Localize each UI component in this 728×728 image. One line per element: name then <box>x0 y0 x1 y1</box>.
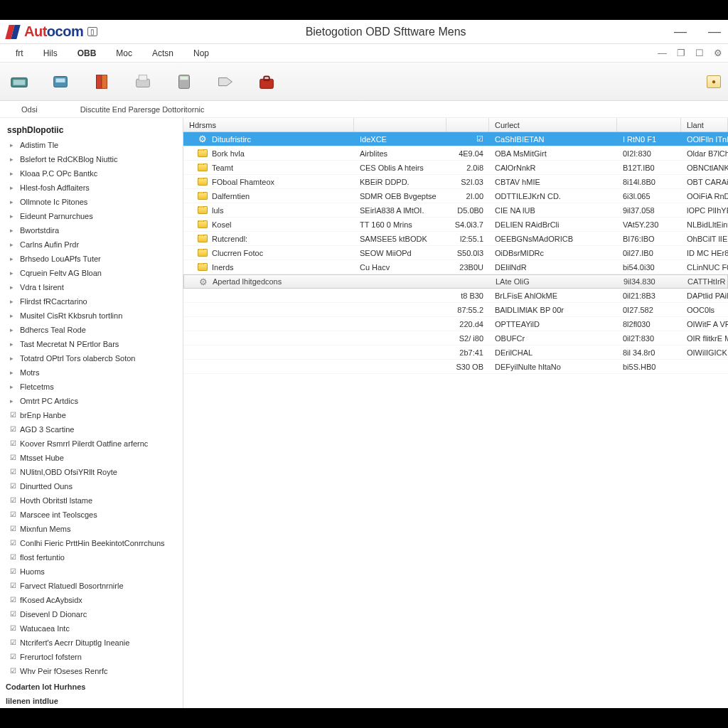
tool-printer-icon[interactable] <box>131 70 155 94</box>
table-row[interactable]: KoselTT 160 0 MrinsS4.0i3.7DELIEN RAidBr… <box>183 218 728 232</box>
table-row[interactable]: Rutcrendl:SAMSEE5 ktBODKl2:55.1OEEBGNsMA… <box>183 232 728 246</box>
sidebar-item[interactable]: Vdra t lsirent <box>3 280 180 294</box>
tool-scanner-icon[interactable] <box>48 70 73 94</box>
svg-rect-7 <box>139 75 146 80</box>
sidebar-item[interactable]: fKosed AcAybsidx <box>3 593 180 607</box>
cell: BAlDLIMlAK BP 00r <box>489 306 617 314</box>
sidebar-item[interactable]: Adistim Tle <box>3 138 180 152</box>
table-row[interactable]: Bork hvlaAirblites4E9.04OBA MsMitGirt0I2… <box>183 146 728 161</box>
menu-nop[interactable]: Nop <box>183 46 219 61</box>
table-row[interactable]: 220.d4OPTTEAYilD8l2fl030OIWitF A VRiiFUA… <box>183 317 728 331</box>
maximize-button[interactable]: — <box>708 24 721 39</box>
col-header-5[interactable] <box>617 118 681 132</box>
table-row[interactable]: ⚙DituufristircIdeXCE☑CaShIBIETANI RtN0 F… <box>183 132 728 146</box>
sidebar-item[interactable]: Hlest-fosh Adflaiters <box>3 181 180 195</box>
table-row[interactable]: 2b7:41DErilCHAL8il 34.8r0OIWilIGICK <box>183 346 728 360</box>
cell: OBNCtlANKlkOr <box>681 164 728 172</box>
sidebar-item[interactable]: Bdhercs Teal Rode <box>3 323 180 337</box>
cell: CBTAV hMIE <box>489 178 617 186</box>
window-restore-icon[interactable]: ❐ <box>677 48 685 58</box>
sidebar-item[interactable]: Eideunt Parnurchues <box>3 209 180 223</box>
sidebar-item[interactable]: Disevenl D Dionarc <box>3 607 180 621</box>
window-title: Bietogotion OBD Sfttware Mens <box>97 26 674 38</box>
table-row[interactable]: lulsSEirlA838 A lMtOI.D5.0B0CIE NA lUB9i… <box>183 203 728 218</box>
sidebar-item[interactable]: Frerurtocl fofstern <box>3 650 180 664</box>
cell: IdeXCE <box>354 135 446 144</box>
menu-hils[interactable]: Hils <box>33 46 68 61</box>
sidebar-item[interactable]: Fletcetms <box>3 380 180 394</box>
window-settings-icon[interactable]: ⚙ <box>714 48 722 58</box>
sidebar-item[interactable]: Flirdst fRCacrtarino <box>3 294 180 309</box>
table-row[interactable]: Clucrren FotocSEOW MiiOPdS50.0l3OiDBsrMI… <box>183 246 728 260</box>
sidebar-item[interactable]: Bwortstdira <box>3 223 180 237</box>
table-row[interactable]: DalferntienSDMR OEB Bvgeptse2I.00ODTTILE… <box>183 189 728 203</box>
sidebar-item[interactable]: Mtsset Hube <box>3 451 180 465</box>
sidebar-item[interactable]: Carlns Aufin Prdr <box>3 237 180 252</box>
sidebar-item[interactable]: Kloaa P.C OPc Bantkc <box>3 166 180 181</box>
menu-moc[interactable]: Moc <box>106 46 142 61</box>
svg-rect-9 <box>180 76 188 80</box>
table-row[interactable]: t8 B30BrLFisE AhlOkME0il21:8B3DAPtlid PA… <box>183 289 728 303</box>
titlebar: Autocom ▯ Bietogotion OBD Sfttware Mens … <box>0 20 728 44</box>
sidebar-item[interactable]: brEnp Hanbe <box>3 408 180 422</box>
window-min-icon[interactable]: — <box>658 48 667 58</box>
tool-toolbox-icon[interactable] <box>255 70 279 94</box>
cell: SEOW MiiOPd <box>354 249 446 257</box>
cell: CaShIBIETAN <box>489 135 617 144</box>
col-header-name[interactable]: Hdrsms <box>183 118 354 132</box>
sidebar-item[interactable]: Tast Mecretat N PErtlor Bars <box>3 337 180 351</box>
sidebar-item[interactable]: Musitel CisRt Kkbsruh tortlinn <box>3 309 180 323</box>
sidebar-item[interactable]: Brhsedo LouAPfs Tuter <box>3 252 180 266</box>
sidebar-link[interactable]: Clai BeD uranC Caon Fond <box>3 707 180 708</box>
sidebar-item[interactable]: AGD 3 Scartine <box>3 422 180 437</box>
cell: DErilCHAL <box>489 348 617 357</box>
sidebar-item[interactable]: Marscee int Teolscges <box>3 508 180 522</box>
table-row[interactable]: 87:55.2BAlDLIMlAK BP 00r0I27.582OOC0ls <box>183 303 728 317</box>
cell: CES Oblis A hteirs <box>354 164 446 172</box>
sidebar-item[interactable]: Conlhi Fieric PrttHin BeekintotConrrchun… <box>3 536 180 550</box>
breadcrumb-root[interactable]: Odsi <box>21 105 38 114</box>
table-row[interactable]: TeamtCES Oblis A hteirs2.0i8CAlOrNnkRB12… <box>183 161 728 175</box>
tool-calculator-icon[interactable] <box>172 70 196 94</box>
sidebar-item[interactable]: flost fertuntio <box>3 550 180 564</box>
sidebar-item[interactable]: Motrs <box>3 365 180 380</box>
menu-obb[interactable]: OBB <box>68 46 107 61</box>
cell: NLBidLltEintO LlF <box>681 220 728 229</box>
col-header-2[interactable] <box>354 118 446 132</box>
sidebar-item[interactable]: Hovth Obritstl lstame <box>3 493 180 508</box>
table-row[interactable]: InerdsCu Hacv23B0UDElilNdRbi54.0i30CLinN… <box>183 260 728 274</box>
minimize-button[interactable]: — <box>674 24 687 39</box>
sidebar-item[interactable]: Huoms <box>3 564 180 579</box>
tool-device-icon[interactable] <box>7 70 31 94</box>
table-row[interactable]: ⚙Apertad lhitgedconsLAte OliG9il34.830CA… <box>183 274 728 289</box>
sidebar-item[interactable]: Watucaea Intc <box>3 621 180 636</box>
sidebar-item[interactable]: Cqruein Feltv AG Bloan <box>3 266 180 280</box>
sidebar-item[interactable]: Omtrt PC Artdics <box>3 394 180 408</box>
sidebar-item[interactable]: Totatrd OPtrl Tors olabercb Soton <box>3 351 180 365</box>
sidebar-item[interactable]: Koover Rsmrrl Pilerdt Oatfine arfernc <box>3 437 180 451</box>
table-row[interactable]: S2/ i80OBUFCr0il2T:830OIR flitkrE MitPoo <box>183 331 728 346</box>
sidebar-item[interactable]: Mixnfun Mems <box>3 522 180 536</box>
sidebar-item[interactable]: Whv Peir fOseses Renrfc <box>3 664 180 678</box>
svg-rect-4 <box>97 75 102 88</box>
tool-book-icon[interactable] <box>90 70 114 94</box>
table-row[interactable]: FOboal FhamteoxKBEiR DDPD.S2I.03CBTAV hM… <box>183 175 728 189</box>
sidebar-item[interactable]: NUlitnl,OBD OfsiYRllt Royte <box>3 465 180 479</box>
menu-frt[interactable]: frt <box>6 46 33 61</box>
tool-tag-icon[interactable] <box>213 70 237 94</box>
col-header-4[interactable]: Curlect <box>489 118 617 132</box>
window-close-icon[interactable]: ☐ <box>695 48 704 58</box>
cell: S2I.03 <box>446 178 489 186</box>
cell: OPTTEAYilD <box>489 320 617 328</box>
logo-text-auto: Aut <box>24 23 47 39</box>
menu-actsn[interactable]: Actsn <box>142 46 183 61</box>
tool-record-icon[interactable]: ● <box>707 75 721 88</box>
sidebar-item[interactable]: Dinurtted Ouns <box>3 479 180 493</box>
sidebar-item[interactable]: Ntcrifert's Aecrr Dituptlg Ineanie <box>3 636 180 650</box>
sidebar-item[interactable]: Bslefort te RdCKBlog Niuttic <box>3 152 180 166</box>
sidebar-item[interactable]: Farvect Rlatuedl Bosortnrnirle <box>3 579 180 593</box>
col-header-6[interactable]: Llant <box>681 118 728 132</box>
table-row[interactable]: S30 OBDEFyilNulte hltaNobi5S.HB0 <box>183 360 728 374</box>
sidebar-item[interactable]: Ollmnote Ic Pitones <box>3 195 180 209</box>
col-header-3[interactable] <box>446 118 489 132</box>
